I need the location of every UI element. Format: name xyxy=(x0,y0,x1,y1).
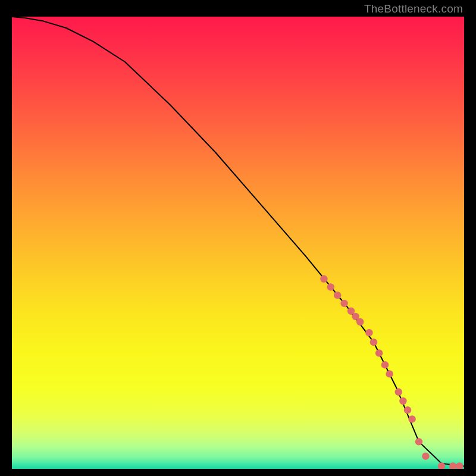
svg-point-10 xyxy=(381,361,389,368)
svg-point-19 xyxy=(449,462,456,469)
svg-point-2 xyxy=(334,292,341,299)
chart-stage: TheBottleneck.com xyxy=(0,0,476,476)
svg-point-6 xyxy=(356,318,364,325)
svg-point-7 xyxy=(365,329,372,336)
svg-point-20 xyxy=(456,462,463,469)
svg-point-14 xyxy=(404,406,411,414)
svg-point-17 xyxy=(422,453,429,460)
chart-svg xyxy=(12,17,464,469)
plot-area xyxy=(12,17,464,469)
svg-point-0 xyxy=(320,275,327,283)
svg-point-8 xyxy=(370,339,377,346)
marker-points xyxy=(320,275,463,469)
svg-point-11 xyxy=(386,370,393,377)
watermark-text: TheBottleneck.com xyxy=(364,2,463,15)
curve-line xyxy=(12,17,464,466)
svg-point-3 xyxy=(340,300,347,307)
svg-point-13 xyxy=(399,397,406,405)
svg-point-15 xyxy=(408,415,415,422)
svg-point-16 xyxy=(415,438,422,445)
svg-point-1 xyxy=(327,283,334,290)
svg-point-9 xyxy=(375,349,383,356)
svg-point-12 xyxy=(395,389,402,396)
